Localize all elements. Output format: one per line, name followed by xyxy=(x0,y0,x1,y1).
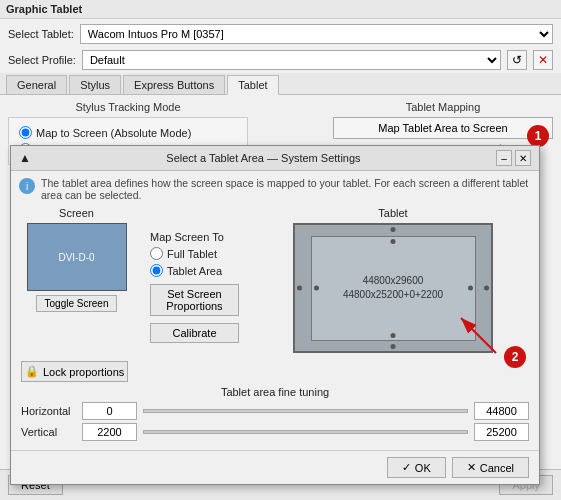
modal-title: Select a Tablet Area — System Settings xyxy=(166,152,360,164)
cancel-x-icon: ✕ xyxy=(467,461,476,474)
fine-tuning-section: Tablet area fine tuning Horizontal Verti… xyxy=(11,386,539,450)
modal-info-text: The tablet area defines how the screen s… xyxy=(41,177,531,201)
toggle-screen-btn[interactable]: Toggle Screen xyxy=(36,295,118,312)
modal-titlebar: ▲ Select a Tablet Area — System Settings… xyxy=(11,146,539,171)
delete-profile-btn[interactable]: ✕ xyxy=(533,50,553,70)
handle-inner-right xyxy=(468,286,473,291)
handle-left xyxy=(297,286,302,291)
lock-label: Lock proportions xyxy=(43,366,124,378)
select-tablet-label: Select Tablet: xyxy=(8,28,74,40)
screen-panel-label: Screen xyxy=(59,207,94,219)
app-title: Graphic Tablet xyxy=(6,3,82,15)
set-screen-proportions-btn[interactable]: Set Screen Proportions xyxy=(150,284,239,316)
vertical-slider[interactable] xyxy=(143,430,468,434)
refresh-profile-btn[interactable]: ↺ xyxy=(507,50,527,70)
tab-tablet[interactable]: Tablet xyxy=(227,75,278,95)
modal-footer: ✓ OK ✕ Cancel xyxy=(11,450,539,484)
calibrate-btn[interactable]: Calibrate xyxy=(150,323,239,343)
tablet-panel-label: Tablet xyxy=(378,207,407,219)
tablet-panel: Tablet 44800x29600 xyxy=(255,207,531,353)
select-profile-label: Select Profile: xyxy=(8,54,76,66)
vertical-label: Vertical xyxy=(21,426,76,438)
tablet-sub: 44800x25200+0+2200 xyxy=(343,288,443,302)
tab-general[interactable]: General xyxy=(6,75,67,94)
handle-inner-bottom xyxy=(391,333,396,338)
left-controls: Map Screen To Full Tablet Tablet Area Se… xyxy=(142,207,247,353)
horizontal-max-input[interactable] xyxy=(474,402,529,420)
radio-absolute[interactable] xyxy=(19,126,32,139)
modal-minimize-btn[interactable]: – xyxy=(496,150,512,166)
map-screen-to-label: Map Screen To xyxy=(150,231,239,243)
cancel-btn[interactable]: ✕ Cancel xyxy=(452,457,529,478)
radio-tablet-area[interactable] xyxy=(150,264,163,277)
tablet-area-label: Tablet Area xyxy=(167,265,222,277)
screen-panel: Screen DVI-D-0 Toggle Screen xyxy=(19,207,134,353)
lock-proportions-btn[interactable]: 🔒 Lock proportions xyxy=(21,361,128,382)
ok-check-icon: ✓ xyxy=(402,461,411,474)
handle-bottom xyxy=(391,344,396,349)
stylus-tracking-title: Stylus Tracking Mode xyxy=(8,101,248,113)
horizontal-label: Horizontal xyxy=(21,405,76,417)
handle-top xyxy=(391,227,396,232)
handle-inner-left xyxy=(314,286,319,291)
tablet-mapping-title: Tablet Mapping xyxy=(333,101,553,113)
select-tablet-dropdown[interactable]: Wacom Intuos Pro M [0357] xyxy=(80,24,553,44)
info-icon: i xyxy=(19,178,35,194)
tablet-resolution: 44800x29600 xyxy=(343,274,443,288)
tablet-mapping-section: Tablet Mapping Map Tablet Area to Screen xyxy=(333,101,553,139)
fine-tuning-title: Tablet area fine tuning xyxy=(21,386,529,398)
ok-label: OK xyxy=(415,462,431,474)
tab-content: Stylus Tracking Mode Map to Screen (Abso… xyxy=(0,95,561,500)
modal-collapse-icon: ▲ xyxy=(19,151,31,165)
modal-info-row: i The tablet area defines how the screen… xyxy=(11,171,539,207)
handle-inner-top xyxy=(391,239,396,244)
map-tablet-area-btn[interactable]: Map Tablet Area to Screen xyxy=(333,117,553,139)
handle-right xyxy=(484,286,489,291)
select-profile-dropdown[interactable]: Default xyxy=(82,50,501,70)
vertical-max-input[interactable] xyxy=(474,423,529,441)
tabs-bar: General Stylus Express Buttons Tablet xyxy=(0,73,561,95)
screen-name: DVI-D-0 xyxy=(58,252,94,263)
tablet-inner: 44800x29600 44800x25200+0+2200 xyxy=(311,236,476,341)
modal-dialog: ▲ Select a Tablet Area — System Settings… xyxy=(10,145,540,485)
modal-close-btn[interactable]: ✕ xyxy=(515,150,531,166)
tracking-option1: Map to Screen (Absolute Mode) xyxy=(36,127,191,139)
app-container: Graphic Tablet Select Tablet: Wacom Intu… xyxy=(0,0,561,500)
radio-full-tablet[interactable] xyxy=(150,247,163,260)
tab-stylus[interactable]: Stylus xyxy=(69,75,121,94)
screen-box: DVI-D-0 xyxy=(27,223,127,291)
horizontal-slider[interactable] xyxy=(143,409,468,413)
ok-btn[interactable]: ✓ OK xyxy=(387,457,446,478)
titlebar: Graphic Tablet xyxy=(0,0,561,19)
annotation-2-circle: 2 xyxy=(504,346,526,368)
horizontal-min-input[interactable] xyxy=(82,402,137,420)
tablet-outer: 44800x29600 44800x25200+0+2200 xyxy=(293,223,493,353)
lock-icon: 🔒 xyxy=(25,365,39,378)
tab-express-buttons[interactable]: Express Buttons xyxy=(123,75,225,94)
full-tablet-label: Full Tablet xyxy=(167,248,217,260)
cancel-label: Cancel xyxy=(480,462,514,474)
vertical-min-input[interactable] xyxy=(82,423,137,441)
